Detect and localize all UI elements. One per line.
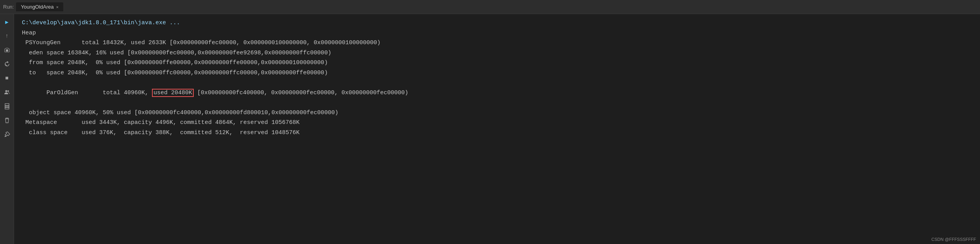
svg-rect-6	[5, 107, 9, 109]
run-label: Run:	[3, 4, 14, 10]
paroldgen-line: ParOldGen total 40960K, used 20480K [0x0…	[22, 78, 972, 108]
watermark: CSDN @FFFSSSFFFF	[932, 237, 976, 242]
paroldgen-text-after: [0x00000000fc400000, 0x00000000fec00000,…	[194, 90, 408, 96]
users-icon[interactable]	[2, 87, 12, 98]
class-line: class space used 376K, capacity 388K, co…	[22, 128, 972, 138]
tab-close-icon[interactable]: ×	[56, 5, 59, 9]
command-line: C:\develop\java\jdk1.8.0_171\bin\java.ex…	[22, 18, 972, 28]
metaspace-line: Metaspace used 3443K, capacity 4496K, co…	[22, 118, 972, 128]
console-content: C:\develop\java\jdk1.8.0_171\bin\java.ex…	[14, 14, 980, 244]
print-icon[interactable]	[2, 101, 12, 112]
main-area: ▶ ↑ ■	[0, 14, 980, 244]
sidebar: ▶ ↑ ■	[0, 14, 14, 244]
run-bar: Run: YoungOldArea ×	[0, 0, 980, 14]
paroldgen-highlight: used 20480K	[152, 89, 194, 97]
svg-rect-5	[5, 104, 9, 106]
svg-point-0	[6, 49, 8, 52]
camera-icon[interactable]	[2, 45, 12, 56]
up-icon[interactable]: ↑	[2, 30, 12, 41]
heap-line: Heap	[22, 28, 972, 38]
stop-icon[interactable]: ■	[2, 73, 12, 84]
object-line: object space 40960K, 50% used [0x0000000…	[22, 108, 972, 118]
play-icon[interactable]: ▶	[2, 16, 12, 27]
pin-icon[interactable]	[2, 129, 12, 140]
tab-title: YoungOldArea	[21, 4, 54, 10]
tab-youngoldarea[interactable]: YoungOldArea ×	[16, 2, 63, 11]
svg-point-4	[7, 90, 9, 92]
psyounggen-line: PSYoungGen total 18432K, used 2633K [0x0…	[22, 38, 972, 48]
rerun-icon[interactable]	[2, 59, 12, 70]
from-line: from space 2048K, 0% used [0x00000000ffe…	[22, 58, 972, 68]
paroldgen-text-before: ParOldGen total 40960K,	[43, 90, 152, 96]
to-line: to space 2048K, 0% used [0x00000000ffc00…	[22, 68, 972, 78]
eden-line: eden space 16384K, 16% used [0x00000000f…	[22, 48, 972, 58]
trash-icon[interactable]	[2, 115, 12, 126]
svg-point-3	[5, 90, 7, 92]
